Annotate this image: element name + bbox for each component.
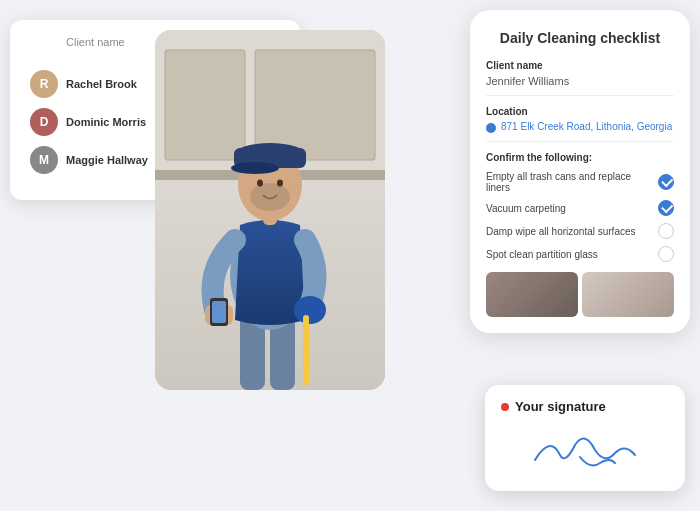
checklist-text: Empty all trash cans and replace liners [486,171,658,193]
client-name-value: Jennifer Williams [486,75,674,96]
confirm-label: Confirm the following: [486,152,674,163]
worker-illustration [155,30,385,390]
main-wrapper: Client name Date Location Sign to confir… [0,0,700,511]
svg-rect-18 [212,301,226,323]
signature-card: Your signature [485,385,685,491]
checked-circle-icon[interactable] [658,174,674,190]
signature-title: Your signature [515,399,606,414]
signature-header: Your signature [501,399,669,414]
checklist-text: Vacuum carpeting [486,203,658,214]
photo-thumb-1 [486,272,578,317]
signature-drawing [525,425,645,475]
checklist-item: Vacuum carpeting [486,200,674,216]
avatar: R [30,70,58,98]
svg-rect-3 [165,50,245,160]
checked-circle-icon[interactable] [658,200,674,216]
unchecked-circle-icon[interactable] [658,246,674,262]
phone-title: Daily Cleaning checklist [486,30,674,46]
checklist-container: Empty all trash cans and replace linersV… [486,171,674,262]
phone-card: Daily Cleaning checklist Client name Jen… [470,10,690,333]
location-row: 871 Elk Creek Road, Lithonia, Georgia [486,121,674,142]
location-label: Location [486,106,674,117]
photo-strip [486,272,674,317]
svg-point-19 [294,296,326,324]
unchecked-circle-icon[interactable] [658,223,674,239]
worker-image [155,30,385,390]
svg-point-15 [277,180,283,187]
svg-point-12 [231,162,279,174]
location-dot-icon [486,123,496,133]
checklist-text: Spot clean partition glass [486,249,658,260]
avatar: M [30,146,58,174]
client-name-label: Client name [486,60,674,71]
checklist-item: Spot clean partition glass [486,246,674,262]
svg-rect-20 [303,315,309,385]
avatar: D [30,108,58,136]
svg-point-14 [257,180,263,187]
checklist-item: Damp wipe all horizontal surfaces [486,223,674,239]
signature-dot-icon [501,403,509,411]
photo-thumb-2 [582,272,674,317]
location-value: 871 Elk Creek Road, Lithonia, Georgia [501,121,672,132]
svg-point-13 [250,183,290,211]
checklist-text: Damp wipe all horizontal surfaces [486,226,658,237]
checklist-item: Empty all trash cans and replace liners [486,171,674,193]
signature-area [501,422,669,477]
